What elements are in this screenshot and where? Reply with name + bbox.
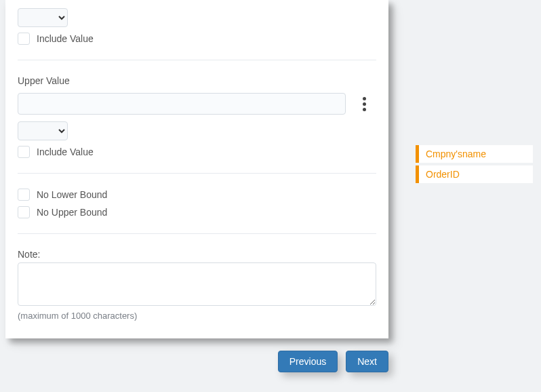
divider [18,173,376,174]
upper-value-label: Upper Value [18,75,376,86]
sidebar-list: Cmpny'sname OrderID [416,145,533,183]
sidebar-item-label: Cmpny'sname [426,149,486,159]
include-value-2-label: Include Value [37,146,94,157]
page-wrap: Include Value Upper Value [0,0,541,392]
upper-value-input[interactable] [18,93,346,115]
bounds-section: No Lower Bound No Upper Bound [18,183,376,224]
no-lower-bound-row: No Lower Bound [18,189,376,201]
left-column: Include Value Upper Value [5,0,388,384]
include-value-1-label: Include Value [37,33,94,44]
sidebar-item-label: OrderID [426,169,460,180]
previous-button[interactable]: Previous [278,351,338,372]
sidebar-item-cmpnysname[interactable]: Cmpny'sname [416,145,533,163]
more-actions-icon[interactable] [358,96,370,112]
include-value-2-checkbox[interactable] [18,146,30,158]
next-button[interactable]: Next [346,351,388,372]
note-textarea[interactable] [18,262,376,306]
lower-include-section: Include Value [18,3,376,50]
no-lower-bound-checkbox[interactable] [18,189,30,201]
divider [18,60,376,60]
main-layout: Include Value Upper Value [5,0,533,384]
no-upper-bound-checkbox[interactable] [18,206,30,218]
no-lower-bound-label: No Lower Bound [37,189,107,200]
form-panel: Include Value Upper Value [5,0,388,338]
include-value-2-row: Include Value [18,146,376,158]
note-hint: (maximum of 1000 characters) [18,311,376,321]
upper-value-input-row [18,93,376,115]
sidebar-item-orderid[interactable]: OrderID [416,165,533,183]
note-label: Note: [18,249,376,260]
right-column: Cmpny'sname OrderID [416,0,533,384]
upper-relation-select[interactable] [18,121,68,140]
no-upper-bound-row: No Upper Bound [18,206,376,218]
divider [18,233,376,234]
no-upper-bound-label: No Upper Bound [37,207,107,218]
note-section: Note: (maximum of 1000 characters) [18,243,376,326]
wizard-buttons: Previous Next [5,351,388,372]
lower-relation-select[interactable] [18,8,68,27]
include-value-1-checkbox[interactable] [18,33,30,45]
upper-value-section: Upper Value Include Value [18,70,376,163]
include-value-1-row: Include Value [18,33,376,45]
